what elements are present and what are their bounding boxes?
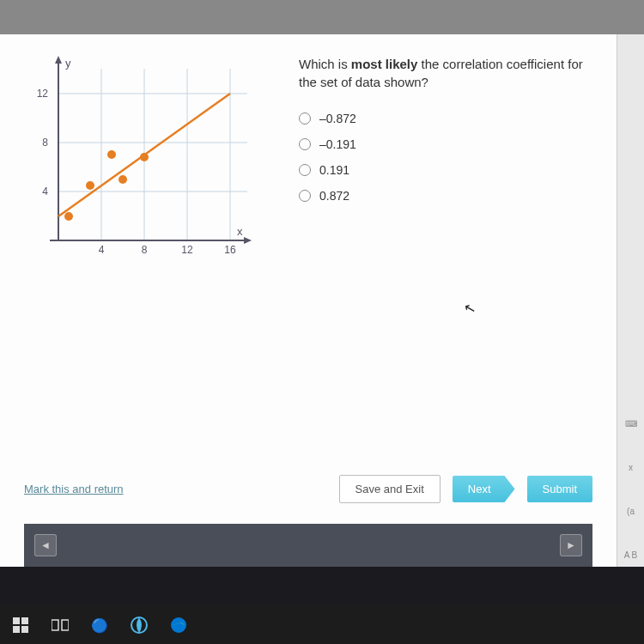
cursor-icon: ↖	[462, 300, 477, 319]
bottom-bar: Mark this and return Save and Exit Next …	[24, 459, 592, 524]
edge-icon[interactable]	[168, 615, 189, 635]
option-a[interactable]: –0.872	[299, 112, 592, 125]
svg-rect-21	[21, 617, 28, 624]
question-block: Which is most likely the correlation coe…	[299, 52, 592, 459]
data-point	[118, 175, 127, 184]
svg-text:8: 8	[142, 244, 148, 256]
mark-return-link[interactable]: Mark this and return	[24, 483, 124, 495]
nav-strip: ◄ ►	[24, 524, 592, 567]
browser-toolbar	[0, 0, 644, 34]
svg-rect-22	[13, 626, 20, 633]
chart-svg: y x 12 8 4 4 8 12 16	[24, 52, 264, 275]
nav-next-button[interactable]: ►	[560, 534, 582, 556]
svg-text:12: 12	[37, 88, 49, 100]
svg-text:12: 12	[181, 244, 193, 256]
svg-rect-24	[52, 620, 58, 630]
svg-rect-20	[13, 617, 20, 624]
answer-options: –0.872 –0.191 0.191 0.872	[299, 112, 592, 203]
svg-rect-25	[62, 620, 69, 630]
task-view-icon[interactable]	[50, 615, 70, 635]
taskbar: 🔵	[0, 606, 644, 644]
svg-text:4: 4	[42, 185, 48, 197]
radio-icon	[299, 112, 311, 125]
app-icon-2[interactable]	[129, 615, 149, 635]
svg-text:8: 8	[42, 137, 48, 149]
right-side-panel: ⌨ x (a A B	[617, 34, 644, 567]
next-button[interactable]: Next	[453, 476, 515, 502]
side-keyboard-icon[interactable]: ⌨	[625, 419, 637, 428]
option-c[interactable]: 0.191	[299, 163, 592, 177]
option-d[interactable]: 0.872	[299, 189, 592, 203]
option-b[interactable]: –0.191	[299, 137, 592, 151]
svg-rect-23	[21, 626, 28, 633]
data-point	[107, 150, 116, 159]
content-wrapper: y x 12 8 4 4 8 12 16	[0, 34, 644, 567]
option-label: 0.872	[319, 189, 349, 203]
start-icon[interactable]	[10, 615, 31, 635]
action-buttons: Save and Exit Next Submit	[339, 475, 592, 503]
y-axis-label: y	[65, 57, 71, 70]
svg-marker-12	[244, 237, 252, 244]
side-label-a: (a	[627, 507, 635, 516]
radio-icon	[299, 190, 311, 202]
side-label-x: x	[629, 463, 633, 472]
save-exit-button[interactable]: Save and Exit	[339, 475, 440, 503]
svg-point-27	[171, 617, 186, 633]
side-label-ab: A B	[624, 550, 638, 560]
x-axis-label: x	[237, 225, 243, 238]
app-icon-1[interactable]: 🔵	[89, 615, 110, 635]
nav-prev-button[interactable]: ◄	[34, 534, 57, 556]
data-point	[86, 181, 94, 190]
data-point	[140, 153, 149, 161]
submit-button[interactable]: Submit	[527, 476, 592, 502]
question-area: y x 12 8 4 4 8 12 16	[24, 52, 592, 459]
option-label: 0.191	[319, 163, 349, 177]
question-prompt: Which is most likely the correlation coe…	[299, 55, 592, 91]
scatter-chart: y x 12 8 4 4 8 12 16	[24, 52, 264, 275]
main-panel: y x 12 8 4 4 8 12 16	[0, 34, 617, 567]
radio-icon	[299, 164, 311, 176]
svg-text:4: 4	[99, 244, 105, 256]
svg-text:16: 16	[224, 244, 236, 256]
radio-icon	[299, 138, 311, 150]
option-label: –0.191	[319, 137, 356, 151]
data-point	[64, 212, 73, 221]
option-label: –0.872	[319, 112, 356, 125]
svg-marker-11	[55, 56, 62, 64]
